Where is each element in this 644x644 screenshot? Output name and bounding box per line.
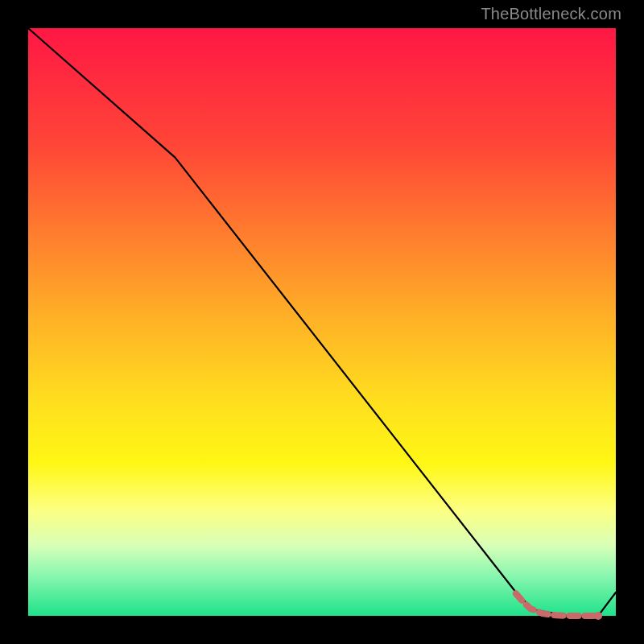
terminal-dot [594, 612, 602, 620]
dotted-segment [516, 593, 598, 616]
series-curve [28, 28, 616, 616]
watermark-text: TheBottleneck.com [481, 5, 621, 23]
dotted-markers [516, 593, 602, 620]
chart-stage: TheBottleneck.com [0, 0, 644, 644]
chart-overlay [28, 28, 616, 616]
